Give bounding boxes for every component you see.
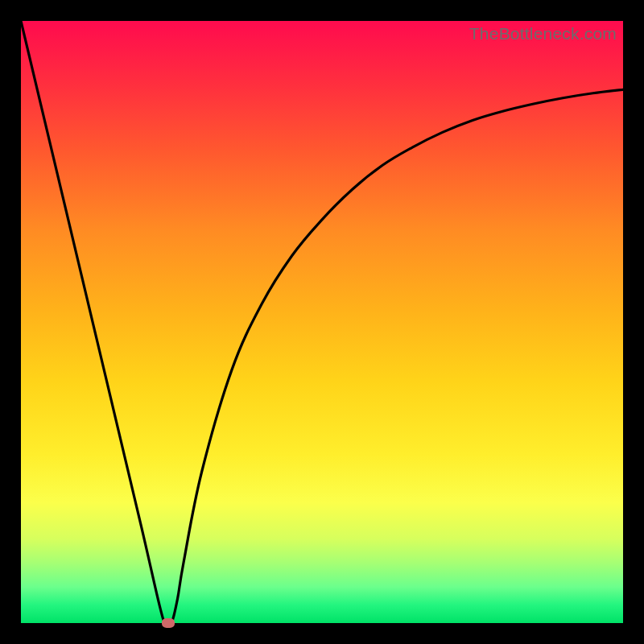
plot-area: TheBottleneck.com (21, 21, 623, 623)
bottleneck-curve (21, 21, 623, 623)
chart-frame: TheBottleneck.com (0, 0, 644, 644)
optimum-marker (162, 618, 175, 628)
